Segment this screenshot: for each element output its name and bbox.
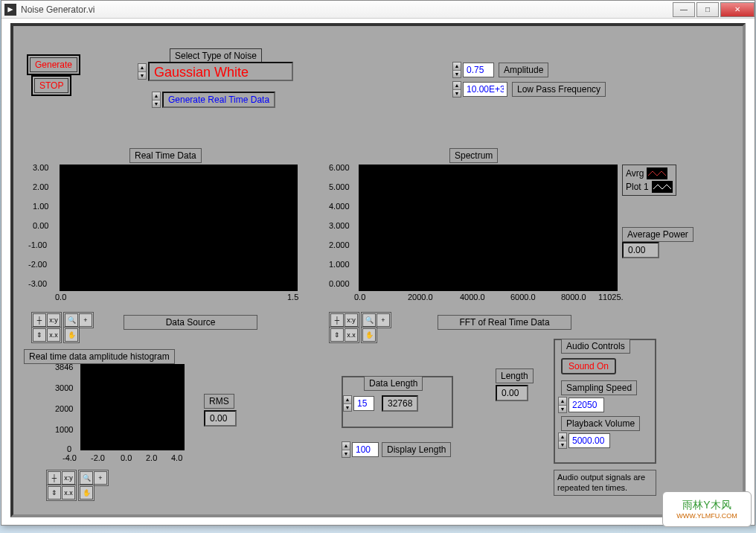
data-length-label: Data Length	[364, 376, 423, 391]
rt-y1: 2.00	[33, 182, 48, 191]
legend-plot1-label: Plot 1	[626, 182, 649, 192]
rt-tool-zoom-icon[interactable]: 🔍	[65, 313, 78, 327]
sp-x2: 4000.0	[460, 293, 485, 301]
amplitude-row: ▲▼ Amplitude	[452, 62, 548, 78]
sp-x1: 2000.0	[408, 293, 433, 301]
sp-tool-xy-icon[interactable]: x:y	[345, 313, 358, 327]
hg-y2: 2000	[55, 404, 73, 413]
hg-tool-format-icon[interactable]: x.x	[62, 486, 75, 500]
realtime-graph-title: Real Time Data	[129, 148, 202, 163]
lowpass-row: ▲▼ Low Pass Frequency	[452, 81, 606, 98]
playback-volume-spinner[interactable]: ▲▼	[558, 433, 567, 449]
legend-avrg-swatch[interactable]	[647, 167, 667, 179]
rt-y2: 1.00	[33, 202, 48, 211]
hg-tool-scale-icon[interactable]: ⇕	[48, 486, 61, 500]
sp-x4: 8000.0	[561, 293, 586, 301]
hg-tool-cursor-icon[interactable]: ┼	[48, 471, 61, 485]
hg-tool-plus-icon[interactable]: +	[94, 471, 107, 485]
sp-x0: 0.0	[354, 293, 365, 301]
playback-volume-input[interactable]	[568, 433, 610, 448]
hg-tool-hand-icon[interactable]: ✋	[80, 486, 93, 500]
rt-tool-xy-icon[interactable]: x:y	[47, 313, 60, 327]
amplitude-spinner[interactable]: ▲▼	[452, 62, 461, 78]
sp-tool-scale-icon[interactable]: ⇕	[330, 328, 344, 342]
generate-button-frame: Generate	[27, 54, 80, 75]
noise-type-selector[interactable]: ▲▼ Gaussian White	[138, 62, 293, 81]
rt-tool-hand-icon[interactable]: ✋	[65, 328, 78, 342]
rt-x1: 1.5	[287, 293, 298, 301]
realtime-source-label[interactable]: Data Source	[124, 315, 257, 330]
noise-type-value[interactable]: Gaussian White	[148, 62, 293, 81]
rt-tool-format-icon[interactable]: x.x	[47, 328, 60, 342]
data-length-value: 32768	[382, 395, 418, 412]
hg-tool-zoom-icon[interactable]: 🔍	[80, 471, 93, 485]
lowpass-label: Low Pass Frequency	[512, 82, 606, 97]
lowpass-input[interactable]	[463, 82, 507, 97]
spectrum-graph-tools: ┼x:y 🔍+	[329, 312, 391, 328]
audio-controls-label: Audio Controls	[561, 339, 630, 354]
spectrum-graph-tools2: ⇕x.x ✋	[329, 327, 377, 343]
rt-y3: 0.00	[33, 221, 48, 230]
sp-y0: 6.000	[329, 163, 350, 172]
sampling-speed-spinner[interactable]: ▲▼	[558, 397, 567, 413]
close-button[interactable]: ✕	[720, 2, 755, 17]
sp-x5: 11025.	[598, 293, 624, 301]
realtime-graph[interactable]	[60, 165, 298, 291]
rt-y4: -1.00	[28, 240, 47, 249]
realtime-toggle[interactable]: Generate Real Time Data	[162, 92, 275, 108]
realtime-graph-tools2: ⇕x.x ✋	[31, 327, 80, 343]
hg-x0: -4.0	[63, 453, 77, 462]
data-length-exp-spinner[interactable]: ▲▼	[343, 395, 352, 412]
data-length-exp-row: ▲▼ 32768	[343, 395, 418, 412]
display-length-row: ▲▼ Display Length	[342, 441, 451, 458]
sp-tool-cursor-icon[interactable]: ┼	[330, 313, 344, 327]
histogram-graph[interactable]	[80, 364, 185, 450]
labview-icon	[4, 4, 16, 16]
spectrum-legend: Avrg Plot 1	[622, 165, 676, 196]
lowpass-spinner[interactable]: ▲▼	[452, 81, 461, 98]
sp-y3: 3.000	[329, 221, 350, 230]
hg-tool-xy-icon[interactable]: x:y	[62, 471, 75, 485]
spectrum-graph-title: Spectrum	[449, 148, 498, 163]
legend-plot1-swatch[interactable]	[652, 181, 673, 193]
rt-tool-cursor-icon[interactable]: ┼	[33, 313, 46, 327]
realtime-spinner[interactable]: ▲▼	[152, 92, 161, 108]
stop-button[interactable]: STOP	[34, 78, 68, 93]
stop-button-frame: STOP	[31, 75, 71, 96]
histogram-graph-tools: ┼x:y 🔍+	[46, 470, 109, 486]
front-panel: Generate STOP Select Type of Noise ▲▼ Ga…	[10, 23, 746, 517]
select-noise-label: Select Type of Noise	[170, 48, 262, 63]
sp-tool-plus-icon[interactable]: +	[377, 313, 390, 327]
hg-y0: 3846	[55, 363, 73, 371]
data-length-exp-input[interactable]	[353, 396, 374, 411]
display-length-spinner[interactable]: ▲▼	[342, 441, 350, 458]
noise-type-spinner[interactable]: ▲▼	[138, 63, 147, 80]
rms-label: RMS	[204, 394, 234, 409]
watermark: 雨林Y木风 WWW.YLMFU.COM	[662, 491, 752, 527]
rt-tool-scale-icon[interactable]: ⇕	[33, 328, 46, 342]
length-readout: 0.00	[496, 385, 528, 401]
audio-note: Audio output signals are repeated ten ti…	[554, 470, 656, 496]
titlebar[interactable]: Noise Generator.vi — □ ✕	[1, 1, 755, 19]
rt-tool-plus-icon[interactable]: +	[79, 313, 92, 327]
sp-tool-zoom-icon[interactable]: 🔍	[362, 313, 376, 327]
minimize-button[interactable]: —	[673, 2, 695, 17]
spectrum-graph[interactable]	[359, 165, 618, 291]
display-length-input[interactable]	[352, 442, 379, 457]
audio-controls-cluster: Audio Controls Sound On Sampling Speed ▲…	[554, 339, 656, 464]
hg-y4: 0	[67, 444, 71, 453]
sound-on-button[interactable]: Sound On	[561, 358, 616, 374]
generate-button[interactable]: Generate	[30, 57, 77, 72]
maximize-button[interactable]: □	[696, 2, 719, 17]
window-controls: — □ ✕	[671, 2, 755, 17]
display-length-label: Display Length	[382, 442, 451, 457]
rt-y0: 3.00	[33, 163, 48, 172]
sampling-speed-input[interactable]	[568, 398, 604, 412]
amplitude-input[interactable]	[463, 63, 494, 77]
sp-tool-hand-icon[interactable]: ✋	[362, 328, 376, 342]
sp-tool-format-icon[interactable]: x.x	[345, 328, 358, 342]
spectrum-source-label[interactable]: FFT of Real Time Data	[438, 315, 571, 330]
amplitude-label: Amplitude	[499, 63, 548, 77]
histogram-graph-tools2: ⇕x.x ✋	[46, 485, 94, 501]
sp-y2: 4.000	[329, 202, 350, 211]
